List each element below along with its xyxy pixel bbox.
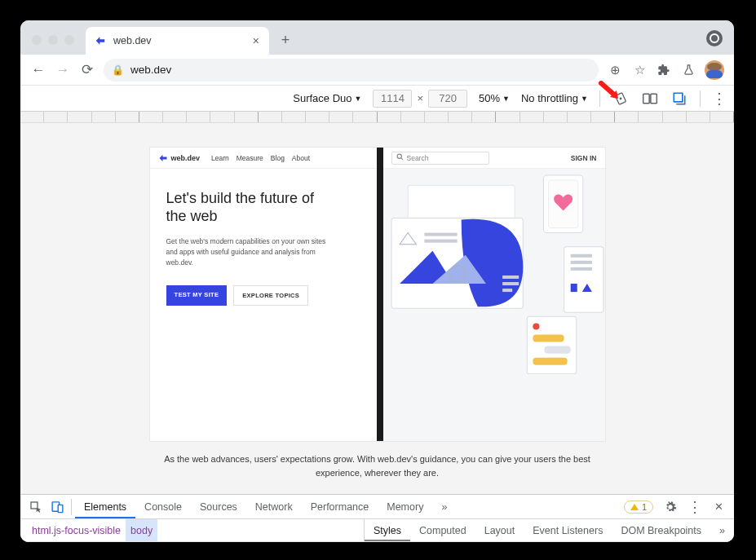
device-toolbar: Surface Duo ▼ × 50% ▼ No throttling ▼ ⋮ (20, 86, 734, 112)
svg-rect-12 (502, 282, 519, 285)
zoom-label: 50% (479, 92, 500, 104)
devtools-tab-console[interactable]: Console (135, 495, 191, 518)
close-tab-icon[interactable]: × (253, 35, 259, 46)
breadcrumb-selected[interactable]: body (126, 519, 157, 541)
device-posture-icon[interactable] (670, 90, 688, 108)
signin-link[interactable]: SIGN IN (571, 154, 597, 162)
throttling-select[interactable]: No throttling ▼ (521, 92, 588, 104)
device-toolbar-menu[interactable]: ⋮ (712, 90, 726, 108)
svg-point-5 (397, 154, 401, 158)
screen-left: web.dev Learn Measure Blog About Let's b… (150, 148, 377, 441)
search-input[interactable]: Search (391, 152, 489, 165)
reload-button[interactable]: ⟳ (79, 61, 95, 78)
toolbar: ← → ⟳ 🔒 web.dev ⊕ ☆ (20, 55, 734, 86)
svg-rect-15 (570, 254, 591, 258)
site-nav: Learn Measure Blog About (211, 154, 310, 162)
svg-rect-11 (502, 276, 519, 279)
chevron-down-icon: ▼ (355, 95, 362, 103)
svg-rect-28 (58, 505, 63, 512)
hero-title: Let's build the future of the web (166, 190, 321, 225)
styles-tab-styles[interactable]: Styles (365, 519, 410, 541)
new-tab-button[interactable]: + (274, 29, 297, 51)
screen-right: Search SIGN IN (383, 148, 605, 441)
svg-rect-21 (544, 346, 570, 354)
account-icon[interactable] (706, 30, 723, 46)
svg-rect-20 (533, 334, 564, 342)
warning-icon (630, 504, 639, 510)
devtools-tabs-overflow[interactable]: » (432, 495, 456, 518)
device-select-label: Surface Duo (293, 92, 351, 104)
svg-rect-18 (570, 284, 577, 292)
close-devtools-icon[interactable]: ✕ (708, 496, 729, 518)
styles-tabs-overflow[interactable]: » (710, 519, 734, 541)
svg-rect-16 (570, 261, 591, 264)
labs-icon[interactable] (680, 62, 696, 78)
separator (599, 90, 600, 107)
dual-screen-icon[interactable] (641, 90, 659, 108)
settings-icon[interactable] (660, 496, 681, 518)
back-button[interactable]: ← (30, 62, 46, 78)
devtools-tab-network[interactable]: Network (246, 495, 302, 518)
devtools-tab-elements[interactable]: Elements (75, 495, 135, 518)
device-hinge (377, 148, 383, 441)
tab-strip: web.dev × + (86, 20, 734, 55)
search-icon (396, 153, 404, 162)
svg-rect-13 (502, 289, 512, 292)
devtools-subrow: html.js-focus-visible body Styles Comput… (20, 519, 734, 542)
styles-tab-layout[interactable]: Layout (475, 519, 524, 541)
cta-primary-button[interactable]: TEST MY SITE (166, 285, 228, 306)
rotate-icon[interactable] (612, 90, 630, 108)
nav-link[interactable]: Learn (211, 154, 229, 162)
zoom-select[interactable]: 50% ▼ (479, 92, 510, 104)
url-text: web.dev (130, 64, 171, 76)
site-logo[interactable]: web.dev (158, 153, 201, 163)
maximize-window-button[interactable] (64, 35, 74, 45)
devtools-tab-sources[interactable]: Sources (191, 495, 246, 518)
browser-tab[interactable]: web.dev × (86, 27, 269, 55)
address-bar[interactable]: 🔒 web.dev (104, 59, 599, 82)
devtools-tab-performance[interactable]: Performance (302, 495, 378, 518)
svg-point-1 (620, 98, 621, 99)
svg-point-19 (533, 323, 539, 329)
svg-rect-23 (424, 233, 457, 236)
forward-button[interactable]: → (55, 62, 71, 78)
minimize-window-button[interactable] (48, 35, 58, 45)
svg-rect-22 (533, 358, 567, 365)
profile-avatar[interactable] (705, 60, 724, 80)
svg-rect-3 (651, 94, 657, 104)
site-header-right: Search SIGN IN (383, 148, 605, 169)
devtools-menu[interactable]: ⋮ (687, 498, 701, 516)
times-icon: × (417, 92, 423, 104)
dimensions: × (373, 90, 467, 108)
styles-tab-computed[interactable]: Computed (410, 519, 475, 541)
warnings-badge[interactable]: 1 (624, 500, 653, 514)
svg-rect-17 (570, 267, 591, 271)
bookmark-icon[interactable]: ☆ (631, 62, 648, 78)
toggle-device-icon[interactable] (46, 496, 68, 518)
throttling-label: No throttling (521, 92, 578, 104)
device-select[interactable]: Surface Duo ▼ (293, 92, 361, 104)
separator (71, 499, 72, 515)
hero-subtitle: Get the web's modern capabilities on you… (166, 236, 329, 267)
window-controls (20, 35, 86, 55)
cta-secondary-button[interactable]: EXPLORE TOPICS (233, 285, 308, 306)
width-input[interactable] (373, 90, 412, 108)
inspect-icon[interactable] (25, 496, 46, 518)
styles-tab-eventlisteners[interactable]: Event Listeners (524, 519, 612, 541)
nav-link[interactable]: Blog (271, 154, 285, 162)
svg-rect-4 (674, 93, 683, 102)
devtools-tab-memory[interactable]: Memory (378, 495, 432, 518)
ruler (20, 112, 734, 123)
styles-tab-dombreakpoints[interactable]: DOM Breakpoints (612, 519, 710, 541)
titlebar: web.dev × + (20, 20, 734, 55)
nav-link[interactable]: Measure (237, 154, 263, 162)
close-window-button[interactable] (32, 35, 42, 45)
dom-breadcrumbs: html.js-focus-visible body (20, 519, 164, 541)
nav-link[interactable]: About (292, 154, 310, 162)
zoom-indicator-icon[interactable]: ⊕ (607, 62, 623, 78)
extensions-icon[interactable] (656, 62, 672, 78)
separator (700, 90, 701, 107)
breadcrumb[interactable]: html.js-focus-visible (27, 519, 126, 541)
height-input[interactable] (428, 90, 467, 108)
devtools-tabs: Elements Console Sources Network Perform… (20, 495, 734, 519)
